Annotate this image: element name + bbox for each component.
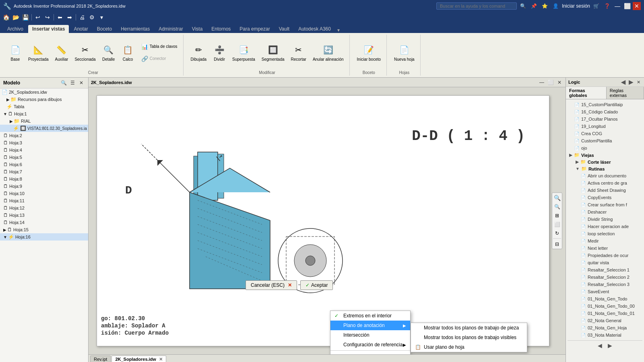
ok-button[interactable]: ✓ Aceptar (300, 280, 333, 290)
canvas-restore-btn[interactable]: ⬜ (547, 79, 554, 86)
settings-button[interactable]: ⚙ (87, 13, 96, 22)
tree-item-recursos[interactable]: ▶ 📁 Recursos para dibujos (0, 96, 88, 103)
logic-item-01nota00[interactable]: 📄 01_Nota_Gen_Todo_00 (568, 302, 642, 310)
btn-auxiliar[interactable]: 📏 Auxiliar (53, 42, 71, 63)
logic-item-next[interactable]: 📄 Next letter (568, 245, 642, 252)
logic-item-customplantilla2[interactable]: 📄 CustomPlantilla (568, 137, 642, 144)
cart-icon[interactable]: 🛒 (593, 3, 599, 9)
logic-item-medir[interactable]: 📄 Medir (568, 237, 642, 245)
restore-button[interactable]: ⬜ (623, 2, 631, 10)
tree-item-tabla[interactable]: ⚡ Tabla (0, 103, 88, 110)
tab-archivo[interactable]: Archivo (3, 25, 27, 33)
pin-icon[interactable]: 📌 (531, 3, 537, 9)
btn-proyectada[interactable]: 📐 Proyectada (26, 42, 51, 63)
logic-item-03nota[interactable]: 📄 03_Nota Material (568, 331, 642, 339)
tree-item-hoja8[interactable]: 🗒 Hoja:8 (0, 175, 88, 183)
cancel-button[interactable]: Cancelar (ESC) ✕ (246, 280, 297, 290)
tree-item-hoja14[interactable]: 🗒 Hoja:14 (0, 219, 88, 226)
back-button[interactable]: ⬅ (56, 13, 64, 22)
logic-item-creacog[interactable]: 📄 Crea COG (568, 130, 642, 137)
logic-item-resaltar3[interactable]: 📄 Resaltar_Seleccion 3 (568, 281, 642, 288)
tree-item-hoja9[interactable]: 🗒 Hoja:9 (0, 183, 88, 190)
tab-herramientas[interactable]: Herramientas (117, 25, 154, 33)
tree-item-hoja10[interactable]: 🗒 Hoja:10 (0, 190, 88, 197)
logic-item-resaltar1[interactable]: 📄 Resaltar_Seleccion 1 (568, 266, 642, 274)
zoom-in-btn[interactable]: 🔍 (553, 194, 561, 202)
logic-item-02notahoja[interactable]: 📄 02_Nota_Gen_Hoja (568, 324, 642, 331)
canvas-close-btn[interactable]: ✕ (556, 79, 563, 86)
zoom-rotate-btn[interactable]: ↻ (553, 229, 561, 237)
home-button[interactable]: 🏠 (2, 13, 10, 22)
ctx-extremos[interactable]: ✓ Extremos en el interior (330, 311, 410, 321)
rp-tab-formas[interactable]: Formas globales (566, 87, 607, 99)
undo-button[interactable]: ↩ (33, 13, 42, 22)
logic-item-loop[interactable]: 📄 loop selection (568, 230, 642, 237)
rp-close-btn[interactable]: ✕ (635, 79, 642, 85)
logic-item-customplanilla[interactable]: 📄 15_CustomPlantillaip (568, 101, 642, 108)
model-menu-btn[interactable]: ☰ (69, 79, 76, 86)
logic-item-deshacer[interactable]: 📄 Deshacer (568, 208, 642, 216)
tree-item-hoja11[interactable]: 🗒 Hoja:11 (0, 197, 88, 204)
logic-item-ojo[interactable]: 📄 ojo (568, 144, 642, 152)
tab-boceto[interactable]: Boceto (93, 25, 116, 33)
tab-entornos[interactable]: Entornos (207, 25, 235, 33)
logic-item-01nota[interactable]: 📄 01_Nota_Gen_Todo (568, 295, 642, 302)
sub-mostrar-visibles[interactable]: Mostrar todos los planos de trabajo visi… (411, 333, 527, 342)
btn-iniciar-boceto[interactable]: 📝 Iniciar boceto (355, 42, 383, 63)
logic-item-propiedades[interactable]: 📄 Propiedades de ocur (568, 252, 642, 259)
ctx-interseccion[interactable]: Intersección (330, 330, 410, 340)
expand-ribbon[interactable]: ▾ (337, 27, 340, 33)
tab-revipt[interactable]: Rev.ipt (90, 356, 111, 362)
logic-item-hacer[interactable]: 📄 Hacer operacion ade (568, 223, 642, 230)
tab-2k-sopladores[interactable]: 2K_Sopladores.idw ✕ (111, 356, 166, 362)
logic-item-02nota[interactable]: 📄 02_Nota General (568, 317, 642, 324)
tree-item-vista1[interactable]: ⚡ 🔲 VISTA1:801.02.30_Sopladores.ia (0, 125, 88, 132)
tree-item-hoja12[interactable]: 🗒 Hoja:12 (0, 204, 88, 212)
btn-nueva-hoja[interactable]: 📄 Nueva hoja (392, 42, 417, 63)
info-icon[interactable]: ❓ (604, 3, 610, 9)
btn-seccionada[interactable]: ✂ Seccionada (72, 42, 98, 63)
tree-item-file[interactable]: 📄 2K_Sopladores.idw (0, 88, 88, 96)
logic-item-activa[interactable]: 📄 Activa centro de gra (568, 179, 642, 187)
btn-tabla[interactable]: 📊 Tabla de clavos (138, 41, 180, 52)
model-close-btn[interactable]: ✕ (78, 79, 85, 86)
logic-item-copyevents[interactable]: 📄 CopyEvents (568, 194, 642, 201)
btn-dibujada[interactable]: ✏ Dibujada (188, 42, 209, 63)
btn-recortar[interactable]: ✂ Recortar (289, 42, 309, 63)
tab-vault[interactable]: Vault (275, 25, 293, 33)
open-button[interactable]: 📂 (11, 13, 20, 22)
user-label[interactable]: Iniciar sesión (562, 3, 590, 9)
tab-administrar[interactable]: Administrar (155, 25, 187, 33)
canvas-body[interactable]: go: 801.02.30 amblaje: Soplador A isión:… (89, 87, 566, 354)
tree-item-hoja6[interactable]: 🗒 Hoja:6 (0, 161, 88, 168)
tree-item-hoja16[interactable]: ▼ ⚡ Hoja:16 (0, 233, 88, 241)
section-corte[interactable]: ▶ 📁 Corte láser (568, 158, 642, 165)
rp-left-arrow[interactable]: ◀ (620, 79, 627, 85)
tab-para-empezar[interactable]: Para empezar (235, 25, 274, 33)
btn-detalle[interactable]: 🔍 Detalle (100, 42, 118, 63)
section-viejas[interactable]: ▶ 📁 Viejas (568, 152, 642, 158)
ctx-zoom[interactable]: Zoom (330, 352, 410, 354)
tree-item-hoja15[interactable]: ▶ 🗒 Hoja:15 (0, 226, 88, 233)
logic-item-crearsurface[interactable]: 📄 Crear surface from f (568, 201, 642, 208)
tab-close-icon[interactable]: ✕ (159, 357, 163, 362)
tree-item-hoja1[interactable]: ▼ 🗒 Hoja:1 (0, 110, 88, 117)
logic-item-dividirstr[interactable]: 📄 Dividir String (568, 216, 642, 223)
sub-mostrar-todos[interactable]: Mostrar todos los planos de trabajo de p… (411, 323, 527, 333)
star-icon[interactable]: ⭐ (542, 3, 548, 9)
logic-item-01nota01[interactable]: 📄 01_Nota_Gen_Todo_01 (568, 310, 642, 317)
btn-anular[interactable]: 🔄 Anular alineación (310, 42, 346, 63)
tree-item-hoja7[interactable]: 🗒 Hoja:7 (0, 168, 88, 175)
rp-nav-left[interactable]: ◀ (597, 342, 603, 349)
btn-conector[interactable]: 🔗 Conector (138, 53, 180, 64)
logic-item-ocultarplanos[interactable]: 📄 17_Ocultar Planos (568, 115, 642, 123)
model-search-btn[interactable]: 🔍 (60, 79, 67, 86)
tree-item-rial[interactable]: ▶ 📁 RIAL (0, 117, 88, 125)
rp-right-arrow[interactable]: ▶ (627, 79, 634, 85)
logic-item-quitar[interactable]: 📄 quitar vista (568, 259, 642, 266)
zoom-extra-btn[interactable]: ⊟ (553, 240, 561, 248)
user-icon[interactable]: 👤 (553, 3, 559, 9)
tab-anotar[interactable]: Anotar (70, 25, 92, 33)
tree-item-hoja4[interactable]: 🗒 Hoja:4 (0, 146, 88, 154)
btn-dividir[interactable]: ➗ Dividir (211, 42, 228, 63)
